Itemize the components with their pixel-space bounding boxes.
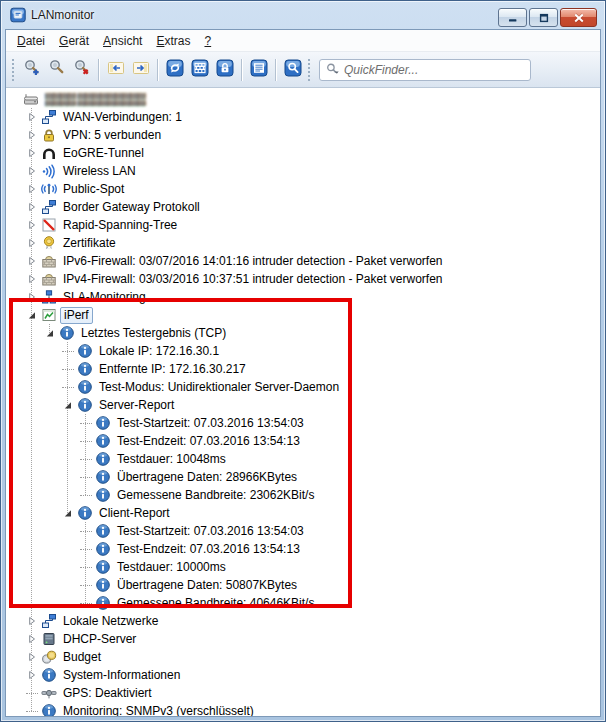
tree-item-label: SLA-Monitoring: [60, 290, 149, 305]
expander-collapsed-icon[interactable]: [26, 165, 38, 177]
menu-item-datei[interactable]: Datei: [10, 31, 52, 51]
remove-device-button[interactable]: [69, 57, 94, 82]
wall-icon: [191, 59, 209, 81]
maximize-button[interactable]: [529, 8, 558, 27]
tree-item[interactable]: Test-Startzeit: 07.03.2016 13:54:03: [6, 414, 600, 432]
tree-item[interactable]: WAN-Verbindungen: 1: [6, 108, 600, 126]
menu-item-extras[interactable]: Extras: [149, 31, 197, 51]
tree-item[interactable]: Testdauer: 10000ms: [6, 558, 600, 576]
tree-item[interactable]: System-Informationen: [6, 666, 600, 684]
previous-device-button[interactable]: [103, 57, 128, 82]
tree-item[interactable]: Gemessene Bandbreite: 40646KBit/s: [6, 594, 600, 612]
tree-item[interactable]: IPv4-Firewall: 03/03/2016 10:37:51 intru…: [6, 270, 600, 288]
search-device-button[interactable]: [44, 57, 69, 82]
quickfinder-toggle-button[interactable]: [280, 57, 305, 82]
title-bar[interactable]: LANmonitor: [1, 1, 605, 29]
leaf-connector: [80, 603, 92, 604]
leaf-connector: [80, 549, 92, 550]
expander-expanded-icon[interactable]: [44, 327, 56, 339]
toolbar-gripper[interactable]: [12, 59, 14, 81]
expander-collapsed-icon[interactable]: [26, 633, 38, 645]
expander-collapsed-icon[interactable]: [26, 651, 38, 663]
expander-collapsed-icon[interactable]: [26, 291, 38, 303]
tree-item[interactable]: Budget: [6, 648, 600, 666]
tree-item[interactable]: Testdauer: 10048ms: [6, 450, 600, 468]
leaf-connector: [80, 477, 92, 478]
menu-item-hilfe[interactable]: ?: [197, 31, 218, 51]
tree-item[interactable]: iPerf: [6, 306, 600, 324]
quickfinder-input[interactable]: [340, 62, 525, 78]
trace-output-button[interactable]: [246, 57, 271, 82]
expander-collapsed-icon[interactable]: [26, 219, 38, 231]
expander-collapsed-icon[interactable]: [26, 669, 38, 681]
expander-collapsed-icon[interactable]: [26, 147, 38, 159]
expander-collapsed-icon[interactable]: [26, 201, 38, 213]
tree-item[interactable]: Entfernte IP: 172.16.30.217: [6, 360, 600, 378]
toolbar: [6, 52, 600, 88]
info-icon: [94, 451, 111, 467]
expander-expanded-icon[interactable]: [62, 399, 74, 411]
tree-item[interactable]: IPv6-Firewall: 03/07/2016 14:01:16 intru…: [6, 252, 600, 270]
tree-item[interactable]: Letztes Testergebnis (TCP): [6, 324, 600, 342]
menu-item-ansicht[interactable]: Ansicht: [96, 31, 149, 51]
network-icon: [40, 613, 57, 629]
add-device-button[interactable]: [19, 57, 44, 82]
accounting-button[interactable]: [162, 57, 187, 82]
tree-item[interactable]: VPN: 5 verbunden: [6, 126, 600, 144]
tree-indent: [6, 585, 80, 586]
tree-item[interactable]: Test-Startzeit: 07.03.2016 13:54:03: [6, 522, 600, 540]
tree-item[interactable]: Monitoring: SNMPv3 (verschlüsselt): [6, 702, 600, 716]
vpn-connections-button[interactable]: [212, 57, 237, 82]
info-icon: [40, 667, 57, 683]
minimize-button[interactable]: [498, 8, 527, 27]
tree-indent: [6, 135, 26, 136]
tree-item[interactable]: Gemessene Bandbreite: 23062KBit/s: [6, 486, 600, 504]
tree-item[interactable]: Test-Endzeit: 07.03.2016 13:54:13: [6, 540, 600, 558]
expander-collapsed-icon[interactable]: [26, 129, 38, 141]
tree-item[interactable]: Übertragene Daten: 50807KBytes: [6, 576, 600, 594]
tree-item[interactable]: SLA-Monitoring: [6, 288, 600, 306]
tree-indent: [6, 261, 26, 262]
tree-item[interactable]: Test-Modus: Unidirektionaler Server-Daem…: [6, 378, 600, 396]
quickfinder-gripper[interactable]: [308, 59, 310, 81]
tree-item[interactable]: DHCP-Server: [6, 630, 600, 648]
expander-collapsed-icon[interactable]: [26, 615, 38, 627]
expander-expanded-icon[interactable]: [26, 309, 38, 321]
network-icon: [40, 109, 57, 125]
tree-item[interactable]: Übertragene Daten: 28966KBytes: [6, 468, 600, 486]
expander-collapsed-icon[interactable]: [26, 273, 38, 285]
no-entry-icon: [40, 217, 57, 233]
expander-collapsed-icon[interactable]: [26, 111, 38, 123]
expander-collapsed-icon[interactable]: [26, 237, 38, 249]
tree-item[interactable]: EoGRE-Tunnel: [6, 144, 600, 162]
tree-item-label: EoGRE-Tunnel: [60, 146, 147, 161]
expander-collapsed-icon[interactable]: [26, 255, 38, 267]
tree-item[interactable]: GPS: Deaktiviert: [6, 684, 600, 702]
tree-item[interactable]: Server-Report: [6, 396, 600, 414]
tree-item[interactable]: Zertifikate: [6, 234, 600, 252]
tree-item[interactable]: Wireless LAN: [6, 162, 600, 180]
firewall-button[interactable]: [187, 57, 212, 82]
expander-expanded-icon[interactable]: [62, 507, 74, 519]
tree-item[interactable]: Test-Endzeit: 07.03.2016 13:54:13: [6, 432, 600, 450]
tree-item[interactable]: Client-Report: [6, 504, 600, 522]
tree-item[interactable]: ▒▒▒▒ ▒▒▒▒▒▒▒▒▒: [6, 90, 600, 108]
tree-item[interactable]: Public-Spot: [6, 180, 600, 198]
hotspot-icon: [40, 181, 57, 197]
tree-indent: [6, 171, 26, 172]
refresh-icon: [166, 59, 184, 81]
tree-item[interactable]: Lokale Netzwerke: [6, 612, 600, 630]
tree-item-label: Budget: [60, 650, 104, 665]
expander-collapsed-icon[interactable]: [26, 183, 38, 195]
tree-item-label: Wireless LAN: [60, 164, 139, 179]
sla-icon: [40, 289, 57, 305]
tree-indent: [6, 549, 80, 550]
menu-item-geraet[interactable]: Gerät: [52, 31, 96, 51]
tree-item[interactable]: Lokale IP: 172.16.30.1: [6, 342, 600, 360]
toolbar-separator: [98, 59, 99, 81]
next-device-button[interactable]: [128, 57, 153, 82]
tree-item[interactable]: Border Gateway Protokoll: [6, 198, 600, 216]
tree-item[interactable]: Rapid-Spanning-Tree: [6, 216, 600, 234]
close-button[interactable]: [560, 8, 597, 27]
iperf-icon: [40, 307, 57, 323]
